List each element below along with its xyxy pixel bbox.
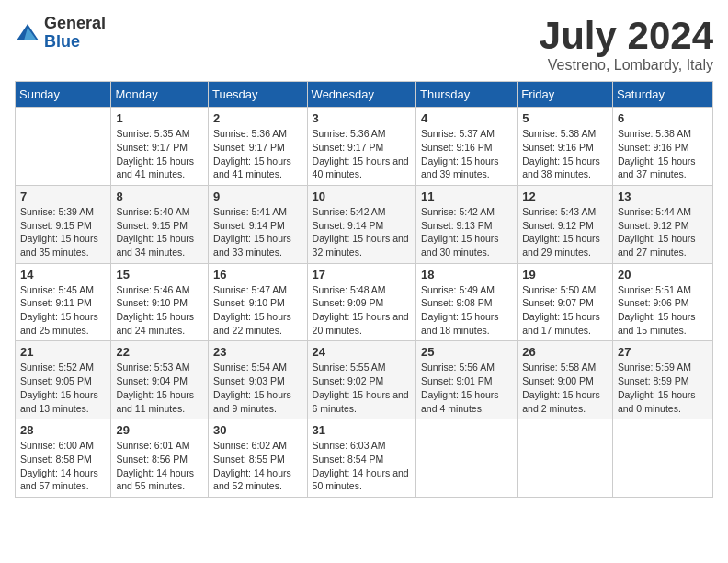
day-number: 25 xyxy=(421,345,512,359)
calendar-cell: 12Sunrise: 5:43 AMSunset: 9:12 PMDayligh… xyxy=(518,185,613,263)
calendar-cell: 21Sunrise: 5:52 AMSunset: 9:05 PMDayligh… xyxy=(16,341,111,419)
header-wednesday: Wednesday xyxy=(307,82,415,108)
logo-blue-label: Blue xyxy=(44,33,106,52)
header-friday: Friday xyxy=(518,82,613,108)
calendar-cell: 19Sunrise: 5:50 AMSunset: 9:07 PMDayligh… xyxy=(518,263,613,341)
calendar-cell: 1Sunrise: 5:35 AMSunset: 9:17 PMDaylight… xyxy=(111,108,209,186)
calendar-cell: 2Sunrise: 5:36 AMSunset: 9:17 PMDaylight… xyxy=(209,108,307,186)
day-number: 19 xyxy=(522,268,608,282)
day-info: Sunrise: 5:45 AMSunset: 9:11 PMDaylight:… xyxy=(20,283,106,338)
day-number: 21 xyxy=(20,345,106,359)
day-number: 12 xyxy=(522,190,608,203)
day-info: Sunrise: 5:54 AMSunset: 9:03 PMDaylight:… xyxy=(213,361,301,415)
calendar-header-row: SundayMondayTuesdayWednesdayThursdayFrid… xyxy=(16,82,713,108)
header: General Blue July 2024 Vestreno, Lombard… xyxy=(15,15,713,74)
day-info: Sunrise: 5:48 AMSunset: 9:09 PMDaylight:… xyxy=(313,283,411,338)
day-number: 13 xyxy=(618,190,708,203)
calendar-week-1: 1Sunrise: 5:35 AMSunset: 9:17 PMDaylight… xyxy=(16,108,713,186)
logo-general-label: General xyxy=(44,15,106,33)
calendar-cell: 15Sunrise: 5:46 AMSunset: 9:10 PMDayligh… xyxy=(111,263,209,341)
day-number: 22 xyxy=(116,345,203,359)
day-info: Sunrise: 5:42 AMSunset: 9:14 PMDaylight:… xyxy=(313,205,411,259)
day-info: Sunrise: 6:01 AMSunset: 8:56 PMDaylight:… xyxy=(116,439,203,493)
calendar-cell xyxy=(518,419,613,498)
day-number: 6 xyxy=(618,111,708,125)
logo-text: General Blue xyxy=(44,15,106,52)
day-info: Sunrise: 5:55 AMSunset: 9:02 PMDaylight:… xyxy=(313,361,411,415)
title-section: July 2024 Vestreno, Lombardy, Italy xyxy=(540,15,713,74)
day-info: Sunrise: 5:38 AMSunset: 9:16 PMDaylight:… xyxy=(618,127,708,181)
day-number: 20 xyxy=(618,268,708,282)
calendar-cell: 26Sunrise: 5:58 AMSunset: 9:00 PMDayligh… xyxy=(518,341,613,419)
day-info: Sunrise: 5:38 AMSunset: 9:16 PMDaylight:… xyxy=(522,127,608,181)
calendar-cell: 5Sunrise: 5:38 AMSunset: 9:16 PMDaylight… xyxy=(518,108,613,186)
day-number: 3 xyxy=(313,111,411,125)
day-info: Sunrise: 6:03 AMSunset: 8:54 PMDaylight:… xyxy=(313,439,411,493)
main-title: July 2024 xyxy=(540,15,713,57)
day-info: Sunrise: 5:39 AMSunset: 9:15 PMDaylight:… xyxy=(20,205,106,259)
calendar-cell: 27Sunrise: 5:59 AMSunset: 8:59 PMDayligh… xyxy=(612,341,712,419)
calendar-cell: 13Sunrise: 5:44 AMSunset: 9:12 PMDayligh… xyxy=(612,185,712,263)
day-number: 26 xyxy=(522,345,608,359)
day-info: Sunrise: 5:52 AMSunset: 9:05 PMDaylight:… xyxy=(20,361,106,415)
calendar-cell: 23Sunrise: 5:54 AMSunset: 9:03 PMDayligh… xyxy=(209,341,307,419)
calendar-cell: 22Sunrise: 5:53 AMSunset: 9:04 PMDayligh… xyxy=(111,341,209,419)
day-info: Sunrise: 5:59 AMSunset: 8:59 PMDaylight:… xyxy=(618,361,708,415)
calendar-cell: 9Sunrise: 5:41 AMSunset: 9:14 PMDaylight… xyxy=(209,185,307,263)
day-number: 29 xyxy=(116,423,203,437)
logo-icon xyxy=(15,20,40,46)
calendar-cell: 25Sunrise: 5:56 AMSunset: 9:01 PMDayligh… xyxy=(415,341,517,419)
calendar-cell: 20Sunrise: 5:51 AMSunset: 9:06 PMDayligh… xyxy=(612,263,712,341)
calendar-cell: 8Sunrise: 5:40 AMSunset: 9:15 PMDaylight… xyxy=(111,185,209,263)
day-number: 23 xyxy=(213,345,301,359)
calendar-cell xyxy=(16,108,111,186)
calendar-week-4: 21Sunrise: 5:52 AMSunset: 9:05 PMDayligh… xyxy=(16,341,713,419)
day-number: 11 xyxy=(421,190,512,203)
calendar-cell: 16Sunrise: 5:47 AMSunset: 9:10 PMDayligh… xyxy=(209,263,307,341)
day-info: Sunrise: 5:58 AMSunset: 9:00 PMDaylight:… xyxy=(522,361,608,415)
subtitle: Vestreno, Lombardy, Italy xyxy=(540,57,713,74)
day-number: 18 xyxy=(421,268,512,282)
day-info: Sunrise: 5:43 AMSunset: 9:12 PMDaylight:… xyxy=(522,205,608,259)
day-info: Sunrise: 5:40 AMSunset: 9:15 PMDaylight:… xyxy=(116,205,203,259)
day-number: 16 xyxy=(213,268,301,282)
day-number: 30 xyxy=(213,423,301,437)
calendar-cell: 28Sunrise: 6:00 AMSunset: 8:58 PMDayligh… xyxy=(16,419,111,498)
day-number: 9 xyxy=(213,190,301,203)
logo: General Blue xyxy=(15,15,106,52)
day-number: 5 xyxy=(522,111,608,125)
calendar-cell: 18Sunrise: 5:49 AMSunset: 9:08 PMDayligh… xyxy=(415,263,517,341)
calendar-cell: 4Sunrise: 5:37 AMSunset: 9:16 PMDaylight… xyxy=(415,108,517,186)
day-number: 31 xyxy=(313,423,411,437)
day-info: Sunrise: 5:51 AMSunset: 9:06 PMDaylight:… xyxy=(618,283,708,338)
header-tuesday: Tuesday xyxy=(209,82,307,108)
calendar-cell: 14Sunrise: 5:45 AMSunset: 9:11 PMDayligh… xyxy=(16,263,111,341)
header-sunday: Sunday xyxy=(16,82,111,108)
day-number: 8 xyxy=(116,190,203,203)
calendar-cell: 31Sunrise: 6:03 AMSunset: 8:54 PMDayligh… xyxy=(307,419,415,498)
calendar-cell: 3Sunrise: 5:36 AMSunset: 9:17 PMDaylight… xyxy=(307,108,415,186)
day-number: 17 xyxy=(313,268,411,282)
calendar-week-2: 7Sunrise: 5:39 AMSunset: 9:15 PMDaylight… xyxy=(16,185,713,263)
day-number: 2 xyxy=(213,111,301,125)
day-number: 4 xyxy=(421,111,512,125)
header-thursday: Thursday xyxy=(415,82,517,108)
day-info: Sunrise: 5:44 AMSunset: 9:12 PMDaylight:… xyxy=(618,205,708,259)
day-number: 14 xyxy=(20,268,106,282)
day-info: Sunrise: 5:50 AMSunset: 9:07 PMDaylight:… xyxy=(522,283,608,338)
day-number: 28 xyxy=(20,423,106,437)
calendar-cell: 7Sunrise: 5:39 AMSunset: 9:15 PMDaylight… xyxy=(16,185,111,263)
day-number: 15 xyxy=(116,268,203,282)
calendar-cell xyxy=(415,419,517,498)
day-number: 27 xyxy=(618,345,708,359)
header-monday: Monday xyxy=(111,82,209,108)
calendar-cell xyxy=(612,419,712,498)
calendar-cell: 10Sunrise: 5:42 AMSunset: 9:14 PMDayligh… xyxy=(307,185,415,263)
day-number: 24 xyxy=(313,345,411,359)
day-info: Sunrise: 5:49 AMSunset: 9:08 PMDaylight:… xyxy=(421,283,512,338)
calendar-cell: 6Sunrise: 5:38 AMSunset: 9:16 PMDaylight… xyxy=(612,108,712,186)
day-info: Sunrise: 6:02 AMSunset: 8:55 PMDaylight:… xyxy=(213,439,301,493)
day-info: Sunrise: 5:53 AMSunset: 9:04 PMDaylight:… xyxy=(116,361,203,415)
calendar-cell: 30Sunrise: 6:02 AMSunset: 8:55 PMDayligh… xyxy=(209,419,307,498)
header-saturday: Saturday xyxy=(612,82,712,108)
